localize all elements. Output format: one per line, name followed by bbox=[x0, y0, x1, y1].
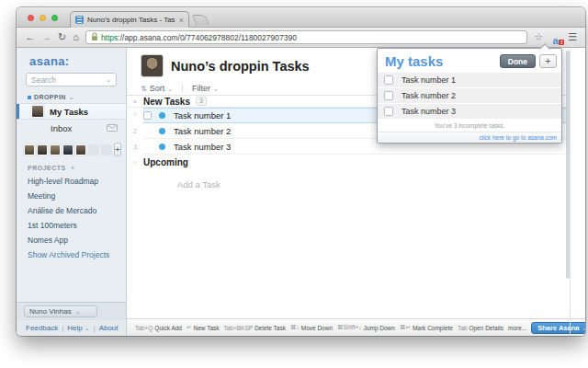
sidebar-item-label: My Tasks bbox=[50, 107, 88, 117]
filter-button[interactable]: Filter ⌄ bbox=[182, 84, 228, 93]
shortcut-quick-add: Tab+QQuick Add bbox=[135, 325, 182, 331]
popup-header: My tasks Done + bbox=[378, 49, 561, 73]
task-dot-icon bbox=[159, 128, 165, 134]
new-tab-button[interactable] bbox=[192, 15, 209, 25]
team-members-strip: + bbox=[24, 143, 119, 156]
asana-logo: asana: bbox=[29, 54, 126, 68]
bookmark-star-icon[interactable]: ☆ bbox=[534, 32, 543, 42]
sidebar-project-nomes-app[interactable]: Nomes App bbox=[17, 233, 126, 247]
member-avatar[interactable] bbox=[37, 144, 48, 155]
popup-task-row[interactable]: Task number 2 bbox=[378, 88, 561, 103]
close-window-button[interactable] bbox=[28, 15, 34, 21]
section-header-upcoming[interactable]: ○ Upcoming bbox=[127, 155, 570, 170]
popup-task-checkbox[interactable] bbox=[384, 107, 393, 116]
url-text: https://app.asana.com/0/774062978802/118… bbox=[101, 33, 297, 42]
chevron-down-icon: ⌄ bbox=[213, 86, 219, 92]
sort-icon: ⇅ bbox=[141, 85, 147, 93]
popup-task-checkbox[interactable] bbox=[384, 75, 393, 85]
drag-handle-icon[interactable]: ⠿ bbox=[127, 108, 143, 123]
member-avatar[interactable] bbox=[50, 144, 61, 155]
popup-add-button[interactable]: + bbox=[539, 54, 557, 68]
scrollbar-track[interactable] bbox=[570, 48, 571, 336]
invite-member-button[interactable]: + bbox=[114, 143, 121, 156]
user-menu[interactable]: Nuno Vinhas ⌄ bbox=[24, 305, 97, 317]
chrome-menu-icon[interactable]: ☰ bbox=[568, 32, 577, 42]
popup-task-row[interactable]: Task number 3 bbox=[378, 104, 561, 119]
task-count-badge: 3 bbox=[196, 97, 207, 106]
zoom-window-button[interactable] bbox=[51, 15, 58, 21]
browser-window: Nuno’s droppin Tasks - Tas × ← → ↻ ⌂ htt… bbox=[17, 7, 585, 336]
avatar bbox=[31, 105, 44, 118]
share-asana-button[interactable]: Share Asana ⌄ bbox=[531, 322, 585, 334]
browser-toolbar: ← → ↻ ⌂ https://app.asana.com/0/77406297… bbox=[17, 28, 585, 48]
titlebar[interactable]: Nuno’s droppin Tasks - Tas × bbox=[17, 7, 585, 28]
minimize-window-button[interactable] bbox=[40, 15, 46, 21]
divider: | bbox=[94, 324, 96, 332]
row-number: 3 bbox=[127, 139, 143, 155]
shortcut-new-task: ↵New Task bbox=[187, 324, 220, 331]
asana-extension-icon[interactable]: a 3 bbox=[549, 31, 561, 43]
about-link[interactable]: About bbox=[99, 324, 119, 332]
divider: | bbox=[62, 324, 63, 332]
page-title: Nuno’s droppin Tasks bbox=[171, 59, 310, 74]
done-button[interactable]: Done bbox=[500, 54, 536, 68]
search-input[interactable]: Search ⌄ bbox=[26, 73, 117, 86]
member-avatar[interactable] bbox=[62, 144, 74, 155]
workspace-color-icon bbox=[28, 96, 31, 99]
popup-task-row[interactable]: Task number 1 bbox=[378, 73, 561, 87]
back-icon[interactable]: ← bbox=[25, 32, 35, 42]
chevron-down-icon: ⌄ bbox=[69, 94, 74, 100]
more-shortcuts-link[interactable]: more... bbox=[508, 325, 526, 331]
sort-button[interactable]: ⇅ Sort ⌄ bbox=[141, 84, 182, 93]
section-circle-icon: ○ bbox=[127, 158, 143, 167]
search-placeholder: Search bbox=[31, 75, 56, 85]
home-icon[interactable]: ⌂ bbox=[73, 32, 79, 42]
sidebar-project-meeting[interactable]: Meeting bbox=[17, 189, 126, 203]
sidebar-item-my-tasks[interactable]: My Tasks bbox=[17, 103, 126, 120]
empty-avatar-slot bbox=[101, 144, 112, 155]
tab-title: Nuno’s droppin Tasks - Tas bbox=[87, 16, 175, 24]
member-avatar[interactable] bbox=[75, 144, 86, 155]
sidebar-project-analise-de-mercado[interactable]: Análise de Mercado bbox=[17, 203, 126, 218]
section-icon: ≡ bbox=[127, 98, 143, 106]
popup-title: My tasks bbox=[385, 53, 500, 69]
asana-favicon-icon bbox=[75, 16, 84, 24]
search-dropdown-icon[interactable]: ⌄ bbox=[106, 76, 111, 83]
popup-task-checkbox[interactable] bbox=[384, 91, 393, 100]
add-project-icon[interactable]: + bbox=[71, 164, 75, 172]
sidebar-item-inbox[interactable]: Inbox bbox=[17, 120, 126, 136]
go-to-asana-link[interactable]: click here to go to asana.com bbox=[479, 134, 557, 141]
address-bar[interactable]: https://app.asana.com/0/774062978802/118… bbox=[85, 30, 527, 44]
shortcut-delete-task: Tab+BKSPDelete Task bbox=[224, 325, 286, 331]
forward-icon[interactable]: → bbox=[41, 32, 51, 42]
show-archived-projects-link[interactable]: Show Archived Projects bbox=[17, 247, 126, 262]
task-dot-icon bbox=[159, 144, 165, 150]
lock-icon[interactable] bbox=[91, 32, 98, 43]
user-area: Nuno Vinhas ⌄ bbox=[17, 302, 126, 320]
tab-close-icon[interactable]: × bbox=[179, 16, 184, 25]
inbox-icon bbox=[107, 123, 118, 133]
member-avatar[interactable] bbox=[24, 144, 35, 155]
shortcut-open-details: TabOpen Details bbox=[458, 325, 503, 331]
window-controls bbox=[28, 15, 58, 21]
extension-badge: 3 bbox=[559, 40, 564, 45]
sidebar-project-1st-100meters[interactable]: 1st 100meters bbox=[17, 218, 126, 233]
browser-tab[interactable]: Nuno’s droppin Tasks - Tas × bbox=[70, 11, 189, 28]
task-checkbox[interactable] bbox=[143, 111, 152, 120]
add-task-row[interactable]: Add a Task bbox=[127, 170, 570, 191]
chevron-down-icon: ⌄ bbox=[167, 86, 173, 92]
workspace-switcher[interactable]: DROPPIN ⌄ bbox=[28, 94, 126, 100]
feedback-link[interactable]: Feedback bbox=[26, 324, 58, 332]
chevron-down-icon: ⌄ bbox=[582, 325, 585, 331]
chevron-down-icon: ⌄ bbox=[75, 308, 81, 315]
extension-popup: My tasks Done + Task number 1 Task numbe… bbox=[377, 48, 562, 144]
scrollbar-thumb[interactable] bbox=[566, 51, 570, 279]
empty-avatar-slot bbox=[88, 144, 99, 155]
sidebar-footer: Feedback | Help⌄ | About bbox=[17, 320, 126, 336]
projects-label: PROJECTS bbox=[28, 165, 66, 171]
help-link[interactable]: Help⌄ bbox=[67, 324, 89, 332]
workspace-name: DROPPIN bbox=[34, 94, 66, 100]
user-name: Nuno Vinhas bbox=[29, 307, 72, 316]
reload-icon[interactable]: ↻ bbox=[58, 32, 66, 42]
sidebar-project-high-level-roadmap[interactable]: High-level Roadmap bbox=[17, 174, 126, 189]
